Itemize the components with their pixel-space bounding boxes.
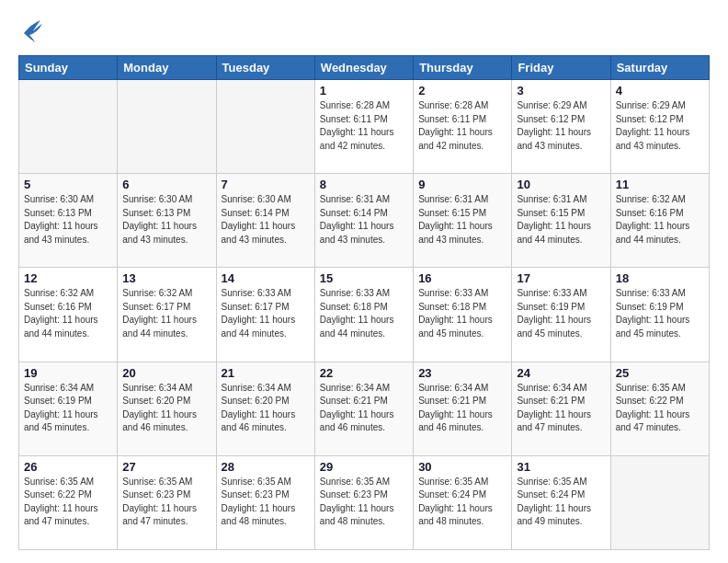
day-number: 14 bbox=[222, 271, 310, 285]
calendar-cell: 4Sunrise: 6:29 AM Sunset: 6:12 PM Daylig… bbox=[610, 80, 709, 174]
calendar-cell: 11Sunrise: 6:32 AM Sunset: 6:16 PM Dayli… bbox=[610, 174, 709, 268]
day-info: Sunrise: 6:28 AM Sunset: 6:11 PM Dayligh… bbox=[320, 99, 408, 153]
day-number: 7 bbox=[222, 178, 310, 191]
calendar-cell: 30Sunrise: 6:35 AM Sunset: 6:24 PM Dayli… bbox=[414, 455, 512, 549]
day-number: 17 bbox=[517, 271, 605, 285]
header bbox=[18, 17, 710, 46]
day-number: 10 bbox=[517, 178, 605, 191]
day-number: 27 bbox=[122, 460, 210, 474]
day-info: Sunrise: 6:33 AM Sunset: 6:18 PM Dayligh… bbox=[418, 287, 506, 340]
day-info: Sunrise: 6:35 AM Sunset: 6:24 PM Dayligh… bbox=[418, 476, 506, 529]
day-number: 3 bbox=[517, 84, 605, 98]
calendar-cell: 10Sunrise: 6:31 AM Sunset: 6:15 PM Dayli… bbox=[512, 174, 610, 268]
calendar-cell: 5Sunrise: 6:30 AM Sunset: 6:13 PM Daylig… bbox=[19, 174, 118, 268]
day-info: Sunrise: 6:30 AM Sunset: 6:13 PM Dayligh… bbox=[24, 193, 112, 247]
day-info: Sunrise: 6:34 AM Sunset: 6:20 PM Dayligh… bbox=[122, 382, 210, 435]
day-number: 8 bbox=[320, 178, 408, 191]
weekday-header-friday: Friday bbox=[512, 56, 610, 80]
day-number: 12 bbox=[24, 271, 112, 285]
day-info: Sunrise: 6:29 AM Sunset: 6:12 PM Dayligh… bbox=[517, 99, 605, 153]
calendar-cell: 7Sunrise: 6:30 AM Sunset: 6:14 PM Daylig… bbox=[216, 174, 314, 268]
weekday-header-wednesday: Wednesday bbox=[314, 56, 413, 80]
day-info: Sunrise: 6:28 AM Sunset: 6:11 PM Dayligh… bbox=[418, 99, 506, 153]
day-info: Sunrise: 6:35 AM Sunset: 6:22 PM Dayligh… bbox=[616, 382, 704, 435]
calendar-cell: 18Sunrise: 6:33 AM Sunset: 6:19 PM Dayli… bbox=[610, 268, 709, 362]
day-info: Sunrise: 6:34 AM Sunset: 6:21 PM Dayligh… bbox=[418, 382, 506, 435]
weekday-header-saturday: Saturday bbox=[610, 56, 709, 80]
calendar-cell: 29Sunrise: 6:35 AM Sunset: 6:23 PM Dayli… bbox=[314, 455, 413, 549]
day-number: 28 bbox=[222, 460, 310, 474]
calendar-row-3: 19Sunrise: 6:34 AM Sunset: 6:19 PM Dayli… bbox=[19, 362, 710, 455]
day-info: Sunrise: 6:30 AM Sunset: 6:14 PM Dayligh… bbox=[222, 193, 310, 247]
day-info: Sunrise: 6:33 AM Sunset: 6:19 PM Dayligh… bbox=[616, 287, 704, 340]
day-info: Sunrise: 6:33 AM Sunset: 6:17 PM Dayligh… bbox=[222, 287, 310, 340]
weekday-header-sunday: Sunday bbox=[19, 56, 118, 80]
day-number: 31 bbox=[517, 460, 605, 474]
day-info: Sunrise: 6:32 AM Sunset: 6:16 PM Dayligh… bbox=[24, 287, 112, 340]
day-number: 30 bbox=[418, 460, 506, 474]
calendar-cell: 27Sunrise: 6:35 AM Sunset: 6:23 PM Dayli… bbox=[118, 455, 216, 549]
day-number: 13 bbox=[122, 271, 210, 285]
calendar-cell bbox=[216, 80, 314, 174]
day-number: 29 bbox=[320, 460, 408, 474]
day-number: 20 bbox=[122, 366, 210, 380]
calendar-cell: 21Sunrise: 6:34 AM Sunset: 6:20 PM Dayli… bbox=[216, 362, 314, 455]
day-number: 5 bbox=[24, 178, 112, 191]
calendar-cell: 23Sunrise: 6:34 AM Sunset: 6:21 PM Dayli… bbox=[414, 362, 512, 455]
day-number: 23 bbox=[418, 366, 506, 380]
calendar-cell: 17Sunrise: 6:33 AM Sunset: 6:19 PM Dayli… bbox=[512, 268, 610, 362]
calendar-cell: 31Sunrise: 6:35 AM Sunset: 6:24 PM Dayli… bbox=[512, 455, 610, 549]
calendar-cell: 13Sunrise: 6:32 AM Sunset: 6:17 PM Dayli… bbox=[118, 268, 216, 362]
weekday-header-row: SundayMondayTuesdayWednesdayThursdayFrid… bbox=[19, 56, 710, 80]
day-number: 1 bbox=[320, 84, 408, 98]
weekday-header-tuesday: Tuesday bbox=[216, 56, 314, 80]
calendar-cell bbox=[118, 80, 216, 174]
day-info: Sunrise: 6:34 AM Sunset: 6:20 PM Dayligh… bbox=[222, 382, 310, 435]
calendar-cell: 9Sunrise: 6:31 AM Sunset: 6:15 PM Daylig… bbox=[414, 174, 512, 268]
day-number: 6 bbox=[122, 178, 210, 191]
day-info: Sunrise: 6:34 AM Sunset: 6:21 PM Dayligh… bbox=[517, 382, 605, 435]
day-info: Sunrise: 6:32 AM Sunset: 6:17 PM Dayligh… bbox=[122, 287, 210, 340]
calendar-cell: 22Sunrise: 6:34 AM Sunset: 6:21 PM Dayli… bbox=[314, 362, 413, 455]
weekday-header-monday: Monday bbox=[118, 56, 216, 80]
day-info: Sunrise: 6:35 AM Sunset: 6:23 PM Dayligh… bbox=[122, 476, 210, 529]
calendar-cell: 3Sunrise: 6:29 AM Sunset: 6:12 PM Daylig… bbox=[512, 80, 610, 174]
day-info: Sunrise: 6:35 AM Sunset: 6:22 PM Dayligh… bbox=[24, 476, 112, 529]
day-number: 24 bbox=[517, 366, 605, 380]
weekday-header-thursday: Thursday bbox=[414, 56, 512, 80]
calendar-row-2: 12Sunrise: 6:32 AM Sunset: 6:16 PM Dayli… bbox=[19, 268, 710, 362]
day-info: Sunrise: 6:29 AM Sunset: 6:12 PM Dayligh… bbox=[616, 99, 704, 153]
day-info: Sunrise: 6:32 AM Sunset: 6:16 PM Dayligh… bbox=[616, 193, 704, 247]
logo bbox=[18, 17, 42, 46]
calendar-cell: 12Sunrise: 6:32 AM Sunset: 6:16 PM Dayli… bbox=[19, 268, 118, 362]
day-info: Sunrise: 6:35 AM Sunset: 6:23 PM Dayligh… bbox=[320, 476, 408, 529]
calendar-cell: 19Sunrise: 6:34 AM Sunset: 6:19 PM Dayli… bbox=[19, 362, 118, 455]
day-number: 18 bbox=[616, 271, 704, 285]
calendar-cell bbox=[610, 455, 709, 549]
calendar-cell: 1Sunrise: 6:28 AM Sunset: 6:11 PM Daylig… bbox=[314, 80, 413, 174]
calendar-cell: 15Sunrise: 6:33 AM Sunset: 6:18 PM Dayli… bbox=[314, 268, 413, 362]
calendar-row-4: 26Sunrise: 6:35 AM Sunset: 6:22 PM Dayli… bbox=[19, 455, 710, 549]
calendar-cell: 16Sunrise: 6:33 AM Sunset: 6:18 PM Dayli… bbox=[414, 268, 512, 362]
calendar-cell: 2Sunrise: 6:28 AM Sunset: 6:11 PM Daylig… bbox=[414, 80, 512, 174]
calendar-cell: 25Sunrise: 6:35 AM Sunset: 6:22 PM Dayli… bbox=[610, 362, 709, 455]
day-number: 4 bbox=[616, 84, 704, 98]
day-info: Sunrise: 6:31 AM Sunset: 6:15 PM Dayligh… bbox=[517, 193, 605, 247]
day-number: 26 bbox=[24, 460, 112, 474]
calendar-cell: 24Sunrise: 6:34 AM Sunset: 6:21 PM Dayli… bbox=[512, 362, 610, 455]
logo-bird-icon bbox=[15, 17, 42, 42]
calendar-row-0: 1Sunrise: 6:28 AM Sunset: 6:11 PM Daylig… bbox=[19, 80, 710, 174]
day-number: 15 bbox=[320, 271, 408, 285]
calendar-row-1: 5Sunrise: 6:30 AM Sunset: 6:13 PM Daylig… bbox=[19, 174, 710, 268]
calendar-cell: 8Sunrise: 6:31 AM Sunset: 6:14 PM Daylig… bbox=[314, 174, 413, 268]
day-number: 22 bbox=[320, 366, 408, 380]
calendar-cell: 20Sunrise: 6:34 AM Sunset: 6:20 PM Dayli… bbox=[118, 362, 216, 455]
calendar-cell bbox=[19, 80, 118, 174]
day-info: Sunrise: 6:34 AM Sunset: 6:21 PM Dayligh… bbox=[320, 382, 408, 435]
day-info: Sunrise: 6:31 AM Sunset: 6:15 PM Dayligh… bbox=[418, 193, 506, 247]
page: SundayMondayTuesdayWednesdayThursdayFrid… bbox=[0, 0, 728, 563]
day-number: 21 bbox=[222, 366, 310, 380]
day-info: Sunrise: 6:31 AM Sunset: 6:14 PM Dayligh… bbox=[320, 193, 408, 247]
day-info: Sunrise: 6:35 AM Sunset: 6:23 PM Dayligh… bbox=[222, 476, 310, 529]
day-number: 19 bbox=[24, 366, 112, 380]
